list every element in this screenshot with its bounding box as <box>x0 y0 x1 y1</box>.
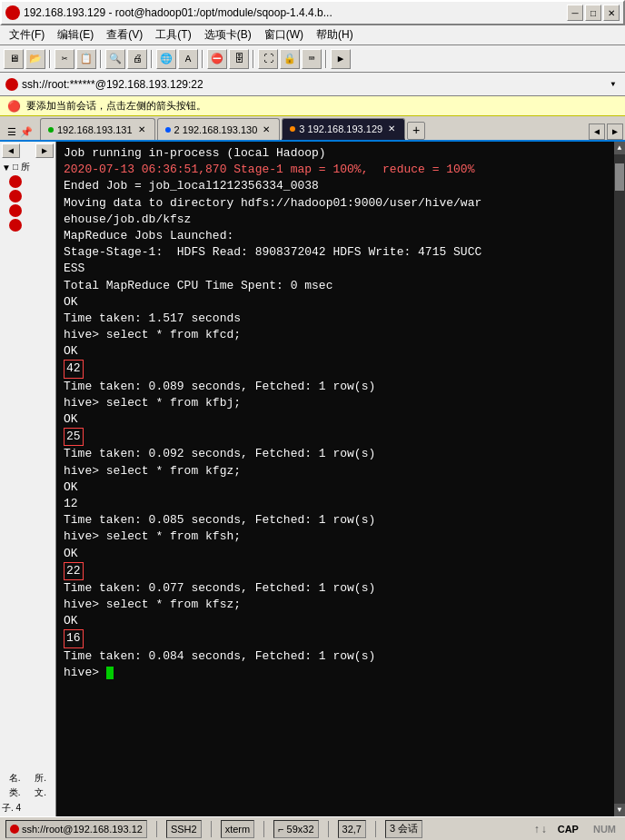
status-position-text: 32,7 <box>342 824 362 835</box>
sidebar-labels: 名. 所. <box>0 771 55 786</box>
tab-2-label: 2 192.168.193.130 <box>174 124 258 135</box>
tab-1[interactable]: 192.168.193.131 ✕ <box>40 118 155 140</box>
status-arrows: ↑ ↓ <box>534 823 547 835</box>
toolbar-sep6 <box>325 50 327 68</box>
toolbar-sep5 <box>253 50 254 68</box>
tree-item-root[interactable]: ▼ □ 所 <box>0 160 55 174</box>
terminal-line-4: Moving data to directory hdfs://hadoop01… <box>64 195 618 212</box>
tab-2[interactable]: 2 192.168.193.130 ✕ <box>157 118 281 140</box>
toolbar-print[interactable]: 🖨 <box>127 49 147 69</box>
tab-sidebar-icon: ☰ <box>7 126 16 138</box>
result-16: 16 <box>64 629 84 647</box>
sidebar-count-num: 4 <box>16 803 22 813</box>
terminal-line-5: ehouse/job.db/kfsz <box>64 212 618 228</box>
menu-view[interactable]: 查看(V) <box>101 25 148 44</box>
tree-item-3[interactable] <box>7 203 55 218</box>
toolbar-keyboard[interactable]: ⌨ <box>302 49 322 69</box>
status-sep-3 <box>263 821 264 837</box>
info-bar: 🔴 要添加当前会话，点击左侧的箭头按钮。 <box>0 96 625 116</box>
server-icon-3 <box>9 204 22 217</box>
tab-1-dot <box>48 127 54 133</box>
terminal-line-29: OK <box>64 613 618 629</box>
terminal-line-27: Time taken: 0.077 seconds, Fetched: 1 ro… <box>64 580 618 597</box>
scroll-thumb[interactable] <box>615 163 624 191</box>
tab-navigation: ◀ ▶ <box>589 124 623 140</box>
menu-help[interactable]: 帮助(H) <box>311 25 359 44</box>
tab-1-close[interactable]: ✕ <box>136 124 147 134</box>
tree-item-1[interactable] <box>7 174 55 189</box>
toolbar-fullscreen[interactable]: ⛶ <box>258 49 278 69</box>
app-icon <box>5 5 20 20</box>
tab-3[interactable]: 3 192.168.193.129 ✕ <box>282 118 405 140</box>
sidebar-label-all[interactable]: 所. <box>35 772 46 785</box>
toolbar-font[interactable]: A <box>178 49 198 69</box>
tab-2-close[interactable]: ✕ <box>261 124 272 134</box>
menu-file[interactable]: 文件(F) <box>4 25 50 44</box>
terminal-line-7: Stage-Stage-1: HDFS Read: 8908372042 HDF… <box>64 244 618 261</box>
toolbar-more[interactable]: ▶ <box>331 49 351 69</box>
menu-edit[interactable]: 编辑(E) <box>52 25 99 44</box>
toolbar-sep3 <box>151 50 153 68</box>
sidebar-label-name[interactable]: 名. <box>9 772 21 785</box>
tab-3-close[interactable]: ✕ <box>386 124 397 133</box>
toolbar-open[interactable]: 📂 <box>25 49 45 69</box>
tab-pin-icon: 📌 <box>20 126 33 138</box>
toolbar-lock[interactable]: 🔒 <box>280 49 300 69</box>
tree-item-2[interactable] <box>7 189 55 203</box>
menu-tabs[interactable]: 选项卡(B) <box>199 25 257 44</box>
status-sep-4 <box>328 821 329 837</box>
terminal-content: Job running in-process (local Hadoop) 20… <box>64 145 618 813</box>
scroll-down[interactable]: ▼ <box>614 804 625 816</box>
info-text: 要添加当前会话，点击左侧的箭头按钮。 <box>26 99 206 113</box>
menu-tools[interactable]: 工具(T) <box>150 25 196 44</box>
num-badge: NUM <box>590 823 620 835</box>
server-icon-4 <box>9 219 22 232</box>
toolbar-cut[interactable]: ✂ <box>55 49 74 69</box>
terminal-line-21: OK <box>64 479 618 496</box>
connection-icon <box>5 78 18 91</box>
terminal-scrollbar[interactable]: ▲ ▼ <box>614 142 625 816</box>
toolbar-db[interactable]: 🗄 <box>229 49 249 69</box>
status-protocol-text: SSH2 <box>171 824 197 835</box>
sidebar: ◀ ▶ ▼ □ 所 <box>0 142 56 816</box>
terminal-line-20: hive> select * from kfgz; <box>64 463 618 479</box>
result-25: 25 <box>64 428 84 446</box>
toolbar-new[interactable]: 🖥 <box>4 49 24 69</box>
toolbar-stop[interactable]: ⛔ <box>207 49 227 69</box>
maximize-button[interactable]: □ <box>585 5 601 21</box>
tab-next[interactable]: ▶ <box>607 124 623 140</box>
status-host-text: ssh://root@192.168.193.12 <box>22 824 143 835</box>
sidebar-tree-items <box>0 174 55 232</box>
address-dropdown[interactable]: ▼ <box>607 78 620 91</box>
terminal-line-18: 25 <box>64 428 618 446</box>
toolbar-copy[interactable]: 📋 <box>76 49 96 69</box>
tree-expand[interactable]: ▼ <box>2 163 11 173</box>
info-icon: 🔴 <box>7 100 21 113</box>
menu-window[interactable]: 窗口(W) <box>259 25 309 44</box>
scroll-up[interactable]: ▲ <box>614 142 625 154</box>
tab-add-button[interactable]: + <box>407 122 425 140</box>
sidebar-label-text[interactable]: 文. <box>35 786 46 799</box>
title-text: 192.168.193.129 - root@hadoop01:/opt/mod… <box>24 6 563 19</box>
terminal-line-32: hive> <box>64 665 618 681</box>
window-controls: ─ □ ✕ <box>567 5 620 21</box>
sidebar-tree: ▼ □ 所 <box>0 160 55 771</box>
sidebar-label-type[interactable]: 类. <box>9 786 21 799</box>
sidebar-left[interactable]: ◀ <box>2 143 20 158</box>
toolbar-search[interactable]: 🔍 <box>105 49 125 69</box>
close-button[interactable]: ✕ <box>603 5 620 21</box>
terminal-line-26: 22 <box>64 562 618 580</box>
tree-item-4[interactable] <box>7 218 55 232</box>
tab-3-label: 3 192.168.193.129 <box>299 124 382 134</box>
toolbar-sep1 <box>49 50 51 68</box>
scroll-track[interactable] <box>614 154 625 804</box>
terminal[interactable]: Job running in-process (local Hadoop) 20… <box>56 142 625 816</box>
tab-prev[interactable]: ◀ <box>589 124 605 140</box>
status-sessions: 3 会话 <box>385 820 422 838</box>
toolbar-globe[interactable]: 🌐 <box>156 49 176 69</box>
toolbar: 🖥 📂 ✂ 📋 🔍 🖨 🌐 A ⛔ 🗄 ⛶ 🔒 ⌨ ▶ <box>0 45 625 73</box>
minimize-button[interactable]: ─ <box>567 5 583 21</box>
sidebar-right[interactable]: ▶ <box>35 143 54 158</box>
address-text: ssh://root:******@192.168.193.129:22 <box>22 78 603 91</box>
status-bar: ssh://root@192.168.193.12 SSH2 xterm ⌐ 5… <box>0 816 625 840</box>
